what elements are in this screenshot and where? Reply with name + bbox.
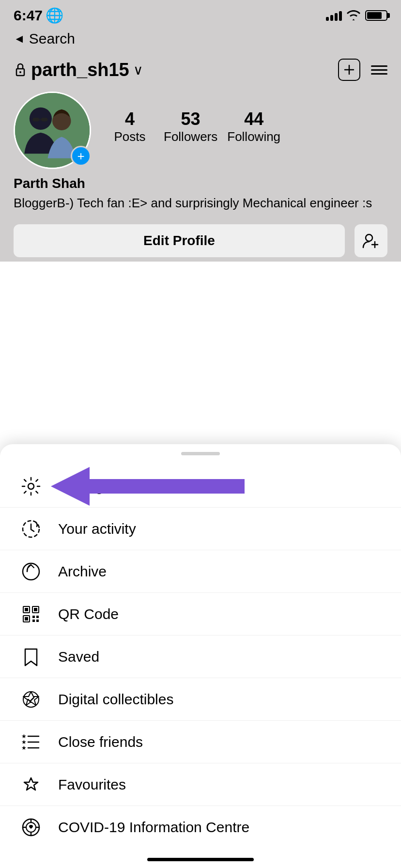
svg-rect-22 <box>25 617 28 620</box>
digital-collectibles-label: Digital collectibles <box>58 691 173 708</box>
settings-label: Settings <box>58 478 110 495</box>
saved-icon <box>17 643 45 670</box>
followers-label: Followers <box>164 129 217 144</box>
svg-rect-7 <box>33 118 39 122</box>
covid-info-label: COVID-19 Information Centre <box>58 819 249 836</box>
followers-count: 53 <box>181 109 200 129</box>
svg-rect-25 <box>32 620 35 622</box>
profile-header-bar: parth_sh15 ∨ <box>0 54 401 86</box>
svg-point-1 <box>19 71 21 73</box>
svg-rect-8 <box>41 118 47 122</box>
svg-rect-20 <box>34 608 37 611</box>
svg-text:★: ★ <box>21 744 27 751</box>
bottom-sheet: Settings Your activity Archive <box>0 444 401 868</box>
menu-item-qr-code[interactable]: QR Code <box>0 593 401 636</box>
stats-area: 4 Posts 53 Followers 44 Following <box>106 92 280 144</box>
svg-point-5 <box>30 108 52 130</box>
edit-area: Edit Profile <box>0 219 401 262</box>
saved-label: Saved <box>58 649 99 665</box>
menu-item-your-activity[interactable]: Your activity <box>0 508 401 550</box>
hamburger-menu-button[interactable] <box>371 65 387 75</box>
covid-info-icon <box>17 814 45 841</box>
home-indicator <box>147 858 254 861</box>
wifi-icon <box>347 10 360 21</box>
followers-stat[interactable]: 53 Followers <box>164 109 217 144</box>
posts-label: Posts <box>114 129 145 144</box>
posts-count: 4 <box>125 109 135 129</box>
your-activity-icon <box>17 515 45 542</box>
svg-rect-24 <box>36 616 39 618</box>
favourites-label: Favourites <box>58 776 126 793</box>
globe-icon: 🌐 <box>46 7 63 24</box>
status-time-area: 6:47 🌐 <box>14 7 63 24</box>
status-bar: 6:47 🌐 <box>0 0 401 28</box>
lock-icon <box>14 62 27 78</box>
username-area[interactable]: parth_sh15 ∨ <box>14 60 143 80</box>
svg-rect-23 <box>32 616 35 618</box>
following-stat[interactable]: 44 Following <box>227 109 280 144</box>
menu-item-archive[interactable]: Archive <box>0 550 401 593</box>
following-label: Following <box>227 129 280 144</box>
svg-rect-26 <box>36 620 39 622</box>
time-display: 6:47 <box>14 7 43 24</box>
avatar-wrap[interactable]: + <box>14 92 91 169</box>
signal-icon <box>326 10 342 21</box>
favourites-icon <box>17 771 45 798</box>
new-post-button[interactable] <box>338 59 360 81</box>
menu-item-close-friends[interactable]: ★ ★ ★ Close friends <box>0 721 401 763</box>
digital-collectibles-icon <box>17 686 45 713</box>
battery-icon <box>365 10 387 21</box>
profile-bio-area: Parth Shah BloggerB-) Tech fan :E> and s… <box>0 169 401 219</box>
profile-name: Parth Shah <box>14 176 387 191</box>
svg-point-27 <box>23 692 39 707</box>
profile-bio: BloggerB-) Tech fan :E> and surprisingly… <box>14 194 387 212</box>
svg-point-13 <box>28 483 34 489</box>
back-label: Search <box>29 31 75 47</box>
archive-icon <box>17 558 45 585</box>
sheet-handle <box>181 452 220 455</box>
qr-code-label: QR Code <box>58 606 119 622</box>
suggest-people-button[interactable] <box>355 224 387 257</box>
edit-profile-button[interactable]: Edit Profile <box>14 224 345 257</box>
menu-item-saved[interactable]: Saved <box>0 636 401 678</box>
following-count: 44 <box>244 109 263 129</box>
qr-code-icon <box>17 601 45 628</box>
menu-item-covid-info[interactable]: COVID-19 Information Centre <box>0 806 401 849</box>
back-navigation[interactable]: ◄ Search <box>0 28 401 54</box>
menu-item-settings[interactable]: Settings <box>0 465 401 508</box>
your-activity-label: Your activity <box>58 521 136 537</box>
archive-label: Archive <box>58 563 107 580</box>
close-friends-icon: ★ ★ ★ <box>17 728 45 756</box>
svg-rect-18 <box>25 608 28 611</box>
profile-info-area: + 4 Posts 53 Followers 44 Following <box>0 86 401 169</box>
username-text: parth_sh15 <box>31 60 129 80</box>
svg-point-10 <box>366 234 372 241</box>
back-arrow-icon: ◄ <box>14 32 25 46</box>
svg-point-16 <box>23 563 39 580</box>
menu-item-favourites[interactable]: Favourites <box>0 763 401 806</box>
status-indicators <box>326 10 387 21</box>
menu-item-digital-collectibles[interactable]: Digital collectibles <box>0 678 401 721</box>
chevron-down-icon: ∨ <box>133 62 143 78</box>
close-friends-label: Close friends <box>58 734 143 750</box>
add-to-story-button[interactable]: + <box>71 146 91 166</box>
posts-stat[interactable]: 4 Posts <box>106 109 154 144</box>
settings-icon <box>17 473 45 500</box>
header-actions <box>338 59 387 81</box>
